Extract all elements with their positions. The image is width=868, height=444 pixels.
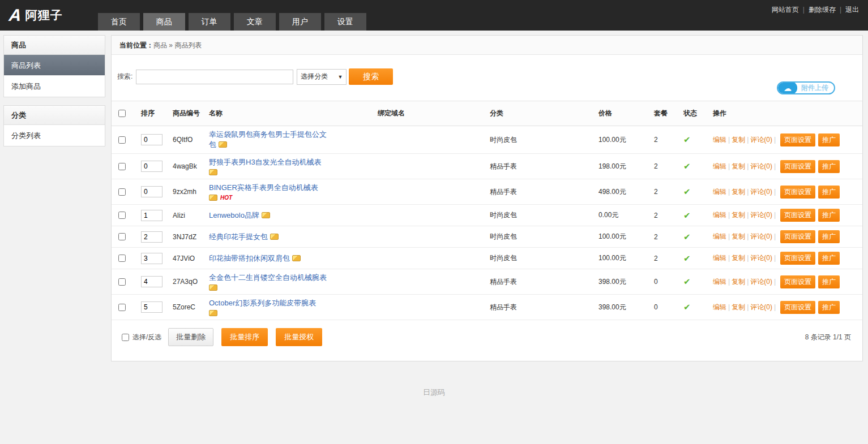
sidebar-item-category-list[interactable]: 分类列表	[4, 125, 105, 146]
top-link-logout[interactable]: 退出	[845, 6, 859, 14]
copy-link[interactable]: 复制	[732, 188, 745, 196]
edit-link[interactable]: 编辑	[713, 162, 726, 170]
row-checkbox[interactable]	[118, 212, 126, 219]
product-name-link[interactable]: 野狼手表男H3自发光全自动机械表	[209, 158, 322, 166]
page-settings-button[interactable]: 页面设置	[780, 209, 815, 222]
edit-link[interactable]: 编辑	[713, 232, 726, 240]
copy-link[interactable]: 复制	[732, 254, 745, 262]
page-settings-button[interactable]: 页面设置	[780, 133, 815, 146]
comments-link[interactable]: 评论(0)	[750, 303, 772, 311]
promote-button[interactable]: 推广	[818, 275, 840, 288]
status-cell: ✔	[679, 154, 708, 179]
promote-button[interactable]: 推广	[818, 186, 840, 199]
comments-link[interactable]: 评论(0)	[750, 162, 772, 170]
status-cell: ✔	[679, 126, 708, 154]
batch-sort-button[interactable]: 批量排序	[221, 328, 268, 346]
row-select-cell	[112, 154, 136, 179]
batch-delete-button[interactable]: 批量删除	[168, 328, 213, 346]
sort-input[interactable]	[141, 161, 163, 172]
bound-domain	[373, 226, 485, 248]
product-name-link[interactable]: October幻影系列多功能皮带腕表	[209, 299, 316, 307]
batch-auth-button[interactable]: 批量授权	[276, 328, 322, 346]
row-checkbox[interactable]	[118, 163, 126, 170]
product-name-link[interactable]: Lenwebolo品牌	[209, 211, 259, 219]
edit-link[interactable]: 编辑	[713, 278, 726, 286]
sort-input[interactable]	[141, 186, 163, 197]
hot-badge: HOT	[220, 195, 232, 201]
select-all-checkbox[interactable]	[118, 110, 126, 117]
sidebar-item-product-list[interactable]: 商品列表	[4, 55, 105, 76]
image-icon	[262, 212, 270, 218]
logo-a-icon: A	[8, 7, 22, 24]
copy-link[interactable]: 复制	[732, 211, 745, 219]
promote-button[interactable]: 推广	[818, 301, 840, 314]
copy-link[interactable]: 复制	[732, 278, 745, 286]
row-checkbox[interactable]	[118, 136, 126, 144]
page-settings-button[interactable]: 页面设置	[780, 275, 815, 288]
action-separator: |	[728, 254, 730, 262]
product-name-link[interactable]: 经典印花手提女包	[209, 232, 268, 241]
row-checkbox[interactable]	[118, 304, 126, 311]
select-all-header	[112, 101, 136, 126]
sort-input[interactable]	[141, 301, 163, 313]
page-settings-button[interactable]: 页面设置	[780, 160, 815, 173]
nav-tab-orders[interactable]: 订单	[189, 13, 230, 31]
edit-link[interactable]: 编辑	[713, 211, 726, 219]
top-link-clear-cache[interactable]: 删除缓存	[809, 6, 836, 14]
row-checkbox[interactable]	[118, 278, 126, 286]
page-settings-button[interactable]: 页面设置	[780, 301, 815, 314]
row-checkbox[interactable]	[118, 255, 126, 262]
sort-input[interactable]	[141, 231, 163, 243]
cloud-upload-icon: ☁	[778, 81, 797, 94]
copy-link[interactable]: 复制	[732, 136, 745, 144]
comments-link[interactable]: 评论(0)	[750, 278, 772, 286]
copy-link[interactable]: 复制	[732, 162, 745, 170]
nav-tab-products[interactable]: 商品	[143, 13, 185, 31]
edit-link[interactable]: 编辑	[713, 136, 726, 144]
sort-input[interactable]	[141, 276, 163, 287]
promote-button[interactable]: 推广	[818, 160, 840, 173]
table-row: 4wagBk 野狼手表男H3自发光全自动机械表 精品手表 198.00元 2 ✔	[112, 154, 862, 179]
comments-link[interactable]: 评论(0)	[750, 254, 772, 262]
comments-link[interactable]: 评论(0)	[750, 211, 772, 219]
action-separator: |	[728, 278, 730, 286]
nav-tab-settings[interactable]: 设置	[324, 13, 366, 31]
promote-button[interactable]: 推广	[818, 209, 840, 222]
product-name-link[interactable]: BINGER宾格手表男全自动机械表	[209, 183, 318, 192]
sort-input[interactable]	[141, 134, 163, 145]
edit-link[interactable]: 编辑	[713, 254, 726, 262]
copy-link[interactable]: 复制	[732, 303, 745, 311]
nav-tab-home[interactable]: 首页	[98, 13, 140, 31]
search-input[interactable]	[136, 70, 293, 84]
row-checkbox[interactable]	[118, 233, 126, 240]
nav-tab-articles[interactable]: 文章	[234, 13, 276, 31]
category-select[interactable]: 选择分类 ▼	[297, 69, 347, 85]
top-link-site-home[interactable]: 网站首页	[772, 6, 799, 14]
edit-link[interactable]: 编辑	[713, 188, 726, 196]
search-button[interactable]: 搜索	[349, 68, 393, 85]
comments-link[interactable]: 评论(0)	[750, 136, 772, 144]
page-settings-button[interactable]: 页面设置	[780, 186, 815, 199]
sidebar: 商品 商品列表 添加商品 分类 分类列表	[3, 35, 105, 154]
comments-link[interactable]: 评论(0)	[750, 188, 772, 196]
page-settings-button[interactable]: 页面设置	[780, 252, 815, 265]
promote-button[interactable]: 推广	[818, 252, 840, 265]
sidebar-item-add-product[interactable]: 添加商品	[4, 76, 105, 97]
row-sort-cell	[136, 179, 168, 205]
nav-tab-users[interactable]: 用户	[279, 13, 321, 31]
promote-button[interactable]: 推广	[818, 133, 840, 146]
product-name-link[interactable]: 全金色十二生肖镂空全自动机械腕表	[209, 273, 327, 282]
comments-link[interactable]: 评论(0)	[750, 232, 772, 240]
upload-button[interactable]: ☁ 附件上传	[777, 81, 835, 94]
bound-domain	[373, 154, 485, 179]
page-settings-button[interactable]: 页面设置	[780, 230, 815, 243]
product-name-link[interactable]: 印花抽带搭扣休闲双肩包	[209, 254, 290, 262]
edit-link[interactable]: 编辑	[713, 303, 726, 311]
top-link-separator: |	[840, 6, 841, 14]
row-checkbox[interactable]	[118, 188, 126, 196]
sort-input[interactable]	[141, 253, 163, 264]
sort-input[interactable]	[141, 210, 163, 221]
select-invert-checkbox[interactable]	[122, 334, 129, 341]
copy-link[interactable]: 复制	[732, 232, 745, 240]
promote-button[interactable]: 推广	[818, 230, 840, 243]
